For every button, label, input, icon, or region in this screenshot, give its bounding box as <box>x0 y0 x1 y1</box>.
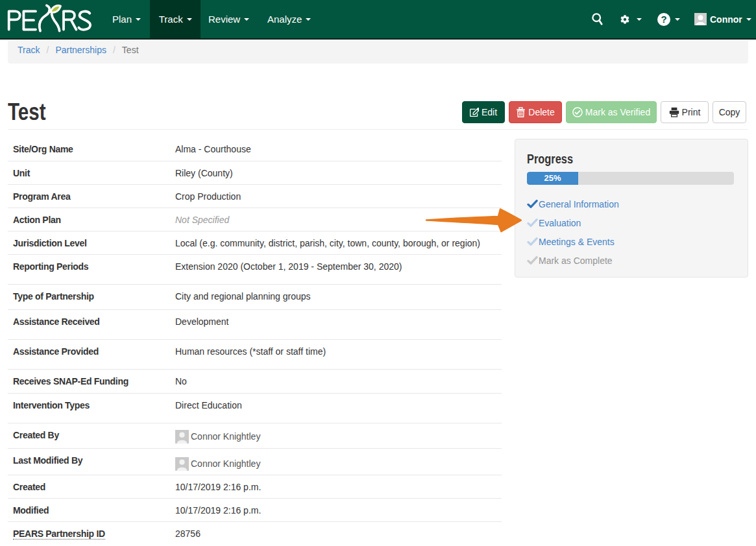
svg-text:?: ? <box>661 14 666 25</box>
